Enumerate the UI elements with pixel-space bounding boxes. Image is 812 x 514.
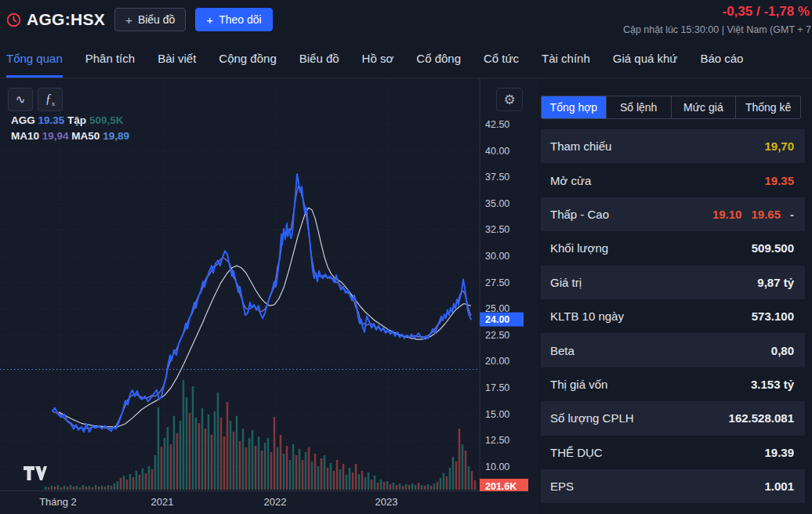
chart-settings-button[interactable]: ⚙ (496, 88, 523, 111)
legend-ma10-label: MA10 (11, 130, 39, 142)
fx-icon: ƒx (45, 92, 56, 107)
nav-tab-1[interactable]: Phân tích (85, 39, 135, 78)
row-label: KLTB 10 ngày (550, 309, 624, 323)
volume-bar (455, 462, 458, 490)
volume-bar (158, 407, 160, 490)
ma50-line (59, 208, 471, 427)
volume-bar (302, 460, 304, 490)
symbol-title: AGG:HSX (6, 10, 105, 29)
chart-legend: AGG 19.35 Tập 509,5K MA10 19,94 MA50 19,… (11, 113, 129, 144)
volume-bar (139, 475, 141, 490)
summary-row-5: KLTB 10 ngày573.100 (541, 299, 805, 333)
y-axis-label: 17.50 (485, 382, 509, 393)
volume-bar (95, 485, 97, 490)
volume-bar (393, 483, 395, 490)
volume-bar (411, 483, 414, 490)
summary-tab-1[interactable]: Sổ lệnh (607, 96, 672, 118)
summary-row-10: EPS1.001 (541, 469, 805, 503)
volume-bar (223, 436, 226, 490)
volume-bar (430, 486, 433, 490)
volume-bar (343, 464, 345, 490)
chart-type-button[interactable]: ∿ (8, 88, 33, 111)
row-label: THỂ DỤC (550, 446, 603, 459)
nav-tab-8[interactable]: Tài chính (542, 39, 590, 78)
legend-symbol: AGG (11, 114, 35, 126)
volume-bar (299, 449, 301, 490)
add-chart-button[interactable]: + Biểu đồ (114, 8, 186, 31)
volume-bar (161, 447, 163, 490)
nav-tab-5[interactable]: Hồ sơ (362, 39, 394, 78)
nav-tab-10[interactable]: Báo cáo (700, 39, 743, 78)
nav-tab-0[interactable]: Tổng quan (6, 39, 63, 78)
volume-bar (101, 486, 103, 490)
main-nav: Tổng quanPhân tíchBài viếtCộng đồngBiểu … (0, 39, 812, 78)
volume-bar (383, 482, 386, 490)
volume-bar (390, 484, 392, 490)
nav-tab-7[interactable]: Cổ tức (484, 39, 519, 78)
volume-bar (317, 466, 320, 490)
summary-row-6: Beta0,80 (541, 333, 805, 367)
summary-tab-3[interactable]: Thống kê (736, 96, 800, 118)
volume-bar (120, 478, 122, 490)
nav-tab-3[interactable]: Cộng đồng (219, 39, 276, 78)
summary-tab-0[interactable]: Tổng hợp (542, 96, 607, 118)
volume-bar (427, 484, 430, 490)
x-axis-label-3: 2023 (375, 496, 398, 508)
volume-bar (339, 469, 342, 490)
nav-tab-9[interactable]: Giá quá khứ (613, 39, 678, 78)
volume-bar (336, 460, 339, 490)
volume-bar (408, 485, 411, 490)
legend-vol: 509,5K (89, 114, 124, 126)
x-axis-label-1: 2021 (151, 496, 174, 508)
volume-bar (270, 452, 273, 490)
volume-bar (374, 476, 376, 490)
volume-bar (308, 447, 310, 490)
row-label: Tham chiếu (550, 139, 611, 153)
volume-bar (252, 430, 254, 490)
summary-tab-2[interactable]: Mức giá (672, 96, 737, 118)
volume-bar (305, 452, 307, 490)
volume-bar (386, 481, 389, 490)
row-value-part: 19.65 (751, 208, 781, 221)
volume-bar (230, 421, 232, 490)
volume-bar (333, 471, 335, 490)
volume-bar (48, 487, 50, 490)
volume-bar (214, 411, 216, 490)
volume-bar (286, 446, 288, 490)
y-axis-label: 32.50 (485, 224, 509, 235)
volume-bar (364, 477, 367, 490)
volume-bar (98, 487, 100, 490)
legend-vol-label: Tập (67, 114, 86, 126)
volume-bar (314, 454, 317, 490)
clock-icon (6, 13, 21, 27)
row-label: Giá trị (550, 276, 582, 289)
legend-ma50-label: MA50 (71, 130, 100, 142)
volume-bar (440, 478, 442, 490)
volume-bar (217, 393, 219, 490)
last-price-text: 24.00 (485, 314, 509, 325)
tradingview-logo[interactable] (22, 463, 47, 483)
price-chart-panel[interactable]: 42.5040.0037.5035.0032.5030.0027.5025.00… (0, 78, 538, 514)
volume-bar (452, 457, 455, 490)
volume-bar (324, 455, 326, 490)
nav-tab-2[interactable]: Bài viết (158, 39, 196, 78)
volume-bar (311, 462, 314, 490)
nav-tab-4[interactable]: Biểu đồ (299, 39, 339, 78)
volume-bar (82, 485, 85, 490)
summary-row-1: Mở cửa19.35 (541, 163, 805, 197)
volume-bar (396, 485, 398, 490)
legend-ma10: 19,94 (42, 130, 69, 142)
follow-button[interactable]: + Theo dõi (195, 8, 272, 31)
volume-bar (245, 447, 248, 490)
volume-bar (154, 455, 157, 490)
volume-bar (437, 482, 439, 490)
volume-bar (292, 444, 295, 490)
volume-bar (327, 468, 329, 490)
volume-bar (201, 408, 204, 490)
volume-bar (462, 444, 464, 490)
volume-bar (67, 487, 69, 490)
y-axis-label: 35.00 (485, 198, 509, 209)
nav-tab-6[interactable]: Cổ đông (416, 39, 461, 78)
indicators-button[interactable]: ƒx (38, 88, 63, 111)
volume-bar (468, 466, 470, 490)
